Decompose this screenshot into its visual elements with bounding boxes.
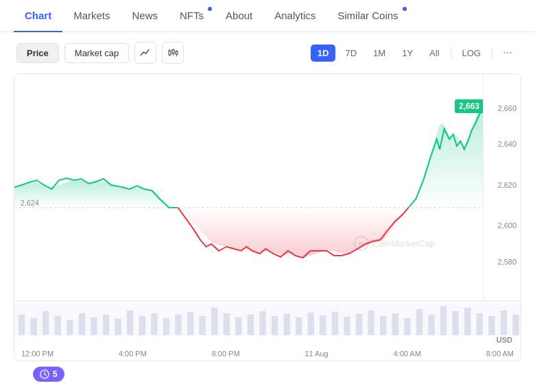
svg-rect-41: [344, 317, 350, 335]
y-label-2620: 2,620: [497, 181, 516, 189]
tab-news[interactable]: News: [121, 0, 169, 32]
svg-rect-50: [452, 311, 458, 335]
y-label-2600: 2,600: [497, 221, 516, 230]
price-chart: 2,624: [14, 74, 483, 300]
tab-similar-coins[interactable]: Similar Coins: [326, 0, 409, 32]
svg-rect-35: [272, 316, 278, 335]
time-divider-2: [492, 47, 492, 58]
time-log[interactable]: LOG: [455, 45, 488, 62]
svg-rect-32: [235, 317, 241, 335]
svg-rect-29: [199, 316, 205, 335]
svg-rect-36: [283, 314, 289, 335]
svg-rect-48: [428, 315, 434, 335]
bottom-strip: 5: [14, 361, 521, 391]
svg-rect-49: [440, 306, 447, 335]
history-badge[interactable]: 5: [33, 367, 64, 382]
watermark-text: CoinMarketCap: [373, 238, 435, 249]
svg-rect-20: [91, 317, 97, 335]
current-price-badge: 2,663: [455, 99, 484, 113]
x-label-400am: 4:00 AM: [393, 350, 420, 358]
x-label-800am: 8:00 AM: [486, 350, 514, 358]
svg-rect-55: [512, 315, 519, 335]
svg-rect-39: [320, 315, 326, 335]
svg-rect-16: [43, 311, 49, 335]
svg-rect-30: [211, 308, 217, 335]
svg-rect-38: [308, 313, 314, 335]
svg-rect-42: [356, 314, 362, 335]
x-label-1200pm: 12:00 PM: [21, 350, 54, 358]
coinmarketcap-watermark: m CoinMarketCap: [354, 236, 435, 251]
tab-analytics[interactable]: Analytics: [263, 0, 326, 32]
time-divider: [451, 47, 451, 58]
y-label-2660: 2,660: [497, 104, 516, 112]
more-options-button[interactable]: ···: [497, 42, 519, 64]
svg-rect-22: [115, 319, 121, 335]
x-label-800pm: 8:00 PM: [212, 350, 240, 358]
svg-rect-24: [139, 316, 145, 335]
svg-rect-31: [224, 313, 230, 335]
y-axis: 2,660 2,640 2,620 2,600 2,580: [483, 74, 521, 300]
clock-icon: [40, 369, 49, 379]
tab-chart[interactable]: Chart: [14, 0, 62, 32]
similar-coins-dot: [403, 7, 407, 11]
y-label-2580: 2,580: [497, 258, 516, 266]
nfts-dot: [208, 7, 212, 11]
chart-inner: 2,624 2,663 m CoinMarketCap 2,660 2,640 …: [14, 74, 521, 300]
time-1d[interactable]: 1D: [311, 45, 336, 62]
svg-rect-26: [163, 318, 169, 335]
tab-markets[interactable]: Markets: [62, 0, 121, 32]
svg-rect-51: [464, 308, 471, 335]
time-1y[interactable]: 1Y: [395, 45, 420, 62]
history-count: 5: [53, 369, 58, 379]
svg-rect-40: [332, 312, 338, 335]
x-axis: 12:00 PM 4:00 PM 8:00 PM 11 Aug 4:00 AM …: [14, 345, 521, 360]
line-chart-icon[interactable]: [134, 42, 156, 64]
svg-rect-34: [259, 311, 265, 335]
volume-chart: [14, 301, 521, 336]
svg-text:m: m: [358, 240, 364, 247]
time-all[interactable]: All: [423, 45, 446, 62]
svg-rect-43: [368, 310, 374, 335]
svg-rect-28: [187, 312, 193, 335]
chart-svg-area: 2,624 2,663 m CoinMarketCap: [14, 74, 483, 300]
svg-rect-45: [392, 313, 399, 335]
svg-rect-25: [151, 313, 157, 335]
candle-chart-icon[interactable]: [162, 42, 184, 64]
svg-rect-3: [172, 50, 174, 53]
svg-rect-21: [103, 315, 109, 335]
svg-rect-15: [30, 318, 36, 335]
svg-rect-37: [296, 317, 302, 335]
svg-rect-33: [248, 315, 254, 335]
svg-rect-14: [19, 315, 25, 335]
svg-rect-46: [404, 318, 410, 335]
currency-label: USD: [14, 336, 521, 345]
tab-nfts[interactable]: NFTs: [169, 0, 215, 32]
tab-about[interactable]: About: [215, 0, 263, 32]
svg-rect-44: [380, 316, 386, 335]
y-label-2640: 2,640: [497, 140, 516, 148]
chart-container: 2,624 2,663 m CoinMarketCap 2,660 2,640 …: [14, 73, 521, 361]
time-7d[interactable]: 7D: [338, 45, 364, 62]
cmc-logo-icon: m: [354, 236, 369, 251]
x-label-400pm: 4:00 PM: [119, 350, 147, 358]
nav-tabs: Chart Markets News NFTs About Analytics …: [0, 0, 535, 32]
volume-area: [14, 300, 521, 336]
time-1m[interactable]: 1M: [366, 45, 392, 62]
svg-rect-18: [67, 320, 73, 335]
toolbar-left: Price Market cap: [16, 42, 184, 64]
svg-rect-52: [477, 313, 483, 335]
toolbar-right: 1D 7D 1M 1Y All LOG ···: [311, 42, 519, 64]
svg-rect-27: [175, 315, 181, 335]
price-button[interactable]: Price: [16, 43, 59, 63]
svg-rect-19: [79, 313, 85, 335]
x-label-11aug: 11 Aug: [305, 350, 328, 358]
svg-rect-47: [416, 309, 423, 335]
market-cap-button[interactable]: Market cap: [64, 43, 129, 63]
svg-rect-17: [55, 316, 61, 335]
toolbar: Price Market cap 1D 7D 1M 1Y All: [0, 32, 535, 73]
svg-rect-53: [488, 316, 495, 335]
svg-rect-23: [127, 310, 133, 335]
svg-rect-6: [176, 51, 178, 54]
svg-rect-0: [169, 51, 171, 55]
ref-price-label: 2,624: [21, 199, 39, 207]
